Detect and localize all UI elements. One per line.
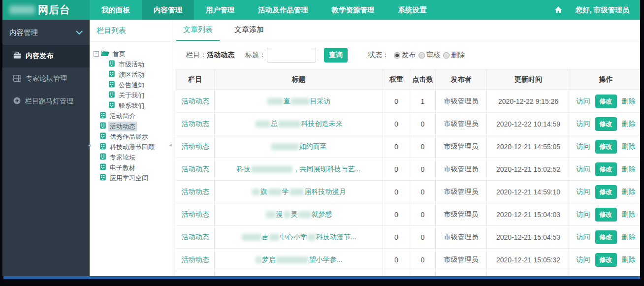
cell-clicks: 0	[410, 113, 436, 135]
visit-link[interactable]: 访问	[577, 120, 590, 127]
table-row: 活动动态吉中心小学科技动漫节...00市级管理员2020-12-21 15:04…	[176, 226, 641, 249]
filter-bar: 栏目： 活动动态 标题： 查询 状态： 发布审核删除	[172, 41, 640, 69]
title-search-input[interactable]	[267, 48, 316, 63]
menu-item-6[interactable]: 系统设置	[386, 0, 439, 20]
delete-link[interactable]: 删除	[622, 210, 636, 218]
title-text: 目采访	[310, 97, 331, 105]
cell-title[interactable]: 旗学届科技动漫月	[215, 181, 383, 203]
visit-link[interactable]: 访问	[577, 97, 590, 105]
delete-link[interactable]: 删除	[622, 255, 636, 263]
tab-1[interactable]: 文章列表	[176, 20, 220, 41]
menu-item-3[interactable]: 用户管理	[194, 0, 246, 20]
visit-link[interactable]: 访问	[577, 188, 590, 195]
search-button[interactable]: 查询	[324, 48, 348, 63]
cell-publisher: 市级管理员	[436, 181, 487, 203]
delete-link[interactable]: 删除	[622, 188, 636, 195]
tree-node[interactable]: 旗区活动	[94, 69, 172, 80]
cell-title[interactable]: 如约而至	[215, 135, 383, 158]
redacted-text-block	[251, 166, 292, 173]
tree-node[interactable]: 公告通知	[94, 80, 172, 90]
menu-item-5[interactable]: 教学资源管理	[320, 0, 386, 20]
tree-node[interactable]: 应用学习空间	[94, 173, 172, 183]
tree-collapse-box[interactable]: −	[94, 51, 99, 57]
cell-updated: 2020-12-22 10:14:59	[487, 113, 570, 135]
edit-button[interactable]: 修改	[595, 95, 617, 108]
visit-link[interactable]: 访问	[577, 210, 590, 218]
home-icon[interactable]	[554, 6, 562, 14]
tab-2[interactable]: 文章添加	[227, 20, 271, 41]
cell-title[interactable]: 梦启望小学参...	[215, 249, 383, 271]
doc-icon	[108, 81, 115, 89]
delete-link[interactable]: 删除	[622, 165, 636, 173]
title-text: 漫	[276, 210, 283, 218]
cell-title[interactable]: 总科技创造未来	[215, 113, 383, 135]
status-radio-label: 删除	[451, 51, 465, 60]
status-radio-3[interactable]	[443, 52, 450, 59]
visit-link[interactable]: 访问	[577, 233, 590, 241]
tree-node-label: 公告通知	[117, 80, 146, 90]
tree-node[interactable]: 活动简介	[94, 111, 172, 121]
open-folder-icon	[101, 50, 109, 58]
sidebar: 内容管理 内容发布专家论坛管理栏目跑马灯管理	[2, 20, 90, 276]
table-header-cell: 发布者	[436, 69, 487, 90]
menu-item-2[interactable]: 内容管理	[142, 0, 194, 20]
visit-link[interactable]: 访问	[577, 165, 590, 173]
status-filter-label: 状态：	[368, 51, 389, 60]
tree-node[interactable]: −首页	[94, 49, 172, 59]
table-row: 活动动态	[176, 271, 641, 277]
cell-updated: 2020-12-21 15:05:32	[487, 249, 570, 271]
cell-column: 活动动态	[176, 271, 215, 277]
panel-collapse-left-icon[interactable]: ◂	[88, 142, 91, 148]
menu-item-1[interactable]: 我的面板	[90, 0, 142, 20]
redacted-text-block	[308, 234, 316, 241]
cell-title[interactable]: 科技，共同展现科技与艺...	[215, 158, 383, 181]
cell-title[interactable]: 漫灵就梦想	[215, 203, 383, 226]
visit-link[interactable]: 访问	[577, 142, 590, 150]
window-bottom-accent	[3, 276, 640, 279]
tree-node[interactable]: 专家论坛	[94, 152, 172, 162]
tree-node[interactable]: 优秀作品展示	[94, 131, 172, 142]
panel-collapse-right-icon[interactable]: ◂	[169, 142, 172, 148]
tree-node[interactable]: 电子教材	[94, 162, 172, 173]
tree-node-label: 优秀作品展示	[108, 132, 150, 142]
table-row: 活动动态科技，共同展现科技与艺...00市级管理员2020-12-21 15:0…	[176, 158, 641, 181]
edit-button[interactable]: 修改	[595, 208, 617, 222]
tree-node[interactable]: 市级活动	[94, 59, 172, 69]
edit-button[interactable]: 修改	[595, 117, 617, 131]
edit-button[interactable]: 修改	[595, 185, 617, 199]
main-area: 内容管理 内容发布专家论坛管理栏目跑马灯管理 栏目列表 −首页市级活动旗区活动公…	[2, 20, 640, 276]
tree-node-label: 联系我们	[117, 101, 146, 111]
title-text: ，共同展现科技与艺...	[293, 165, 361, 173]
cell-actions: 访问修改删除	[570, 135, 641, 158]
tree-node-label: 电子教材	[108, 163, 137, 173]
tree-node[interactable]: 科技动漫节回顾	[94, 142, 172, 152]
cell-clicks: 0	[410, 203, 436, 226]
sidebar-item-1[interactable]: 内容发布	[2, 45, 90, 67]
tree-node[interactable]: 活动动态	[94, 121, 172, 131]
cell-updated: 2020-12-21 15:04:53	[487, 226, 570, 249]
tree-node[interactable]: 联系我们	[94, 100, 172, 111]
cell-title[interactable]: 吉中心小学科技动漫节...	[215, 226, 383, 249]
menu-item-4[interactable]: 活动及作品管理	[246, 0, 320, 20]
cell-title[interactable]: 查目采访	[215, 90, 383, 113]
delete-link[interactable]: 删除	[622, 120, 636, 127]
status-radio-1[interactable]	[394, 52, 400, 59]
edit-button[interactable]: 修改	[595, 230, 617, 244]
edit-button[interactable]: 修改	[595, 162, 617, 176]
delete-link[interactable]: 删除	[622, 233, 636, 241]
visit-link[interactable]: 访问	[577, 255, 590, 263]
edit-button[interactable]: 修改	[595, 140, 617, 154]
table-row: 活动动态总科技创造未来00市级管理员2020-12-22 10:14:59访问修…	[176, 113, 641, 135]
edit-button[interactable]: 修改	[595, 253, 617, 267]
cell-title[interactable]	[215, 271, 383, 277]
chevron-down-icon	[76, 31, 83, 35]
delete-link[interactable]: 删除	[622, 142, 636, 150]
sidebar-section-header[interactable]: 内容管理	[2, 20, 90, 45]
sidebar-item-2[interactable]: 专家论坛管理	[2, 67, 90, 90]
status-radio-2[interactable]	[419, 52, 425, 59]
doc-icon	[99, 143, 106, 151]
tree-node[interactable]: 关于我们	[94, 90, 172, 100]
sidebar-item-3[interactable]: 栏目跑马灯管理	[2, 90, 90, 113]
cell-publisher: 市级管理员	[436, 158, 487, 181]
delete-link[interactable]: 删除	[622, 97, 636, 105]
